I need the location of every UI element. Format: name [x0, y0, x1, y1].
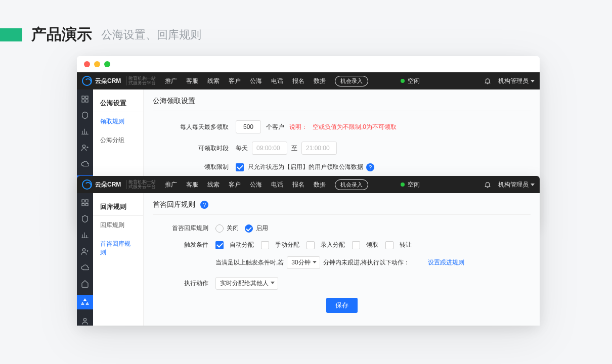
section-title: 公海领取设置: [153, 97, 531, 111]
prefix-daily: 每天: [236, 144, 248, 153]
rail-home-icon[interactable]: [80, 279, 90, 288]
row-claim-restrict: 领取限制 只允许状态为【启用】的用户领取公海数据 ?: [153, 163, 531, 171]
row-daily-limit: 每人每天最多领取 个客户 说明： 空或负值为不限制,0为不可领取: [153, 120, 531, 133]
save-button[interactable]: 保存: [326, 298, 358, 313]
opportunity-entry-button[interactable]: 机会录入: [335, 76, 368, 86]
status-label: 空闲: [408, 77, 420, 85]
role-label[interactable]: 机构管理员: [498, 180, 535, 189]
rail-person-icon[interactable]: [80, 316, 90, 326]
svg-point-10: [82, 249, 85, 251]
nav-item[interactable]: 数据: [314, 180, 326, 189]
nav-item[interactable]: 数据: [314, 77, 326, 85]
note-prefix: 说明：: [289, 123, 308, 131]
minimize-dot-icon[interactable]: [94, 61, 100, 67]
rail-stats-icon[interactable]: [80, 127, 90, 136]
trigger-text-pre: 当满足以上触发条件时,若: [215, 258, 284, 267]
nav-item[interactable]: 线索: [207, 180, 220, 189]
rail-shield-icon[interactable]: [80, 111, 90, 120]
chk-auto-assign[interactable]: [215, 241, 224, 249]
input-start-time[interactable]: [252, 142, 287, 155]
brand-tagline: 教育机构一站式服务云平台: [126, 76, 156, 85]
select-duration[interactable]: 30分钟: [287, 256, 320, 269]
nav-item[interactable]: 客户: [229, 180, 241, 189]
checkbox-enabled-users[interactable]: [236, 163, 244, 171]
svg-rect-9: [85, 203, 88, 206]
rail-shield-icon[interactable]: [80, 214, 90, 223]
topbar-right: 机构管理员: [484, 180, 535, 189]
rail-recycle-icon[interactable]: [77, 295, 93, 309]
rail-dashboard-icon[interactable]: [80, 95, 90, 104]
nav-item[interactable]: 电话: [271, 180, 283, 189]
close-dot-icon[interactable]: [84, 61, 90, 67]
chk-claim[interactable]: [352, 241, 360, 249]
brand-name: 云朵CRM: [95, 180, 121, 189]
nav-item[interactable]: 客服: [186, 180, 198, 189]
brand-logo[interactable]: 云朵CRM 教育机构一站式服务云平台: [82, 76, 156, 86]
rail-user-icon[interactable]: [80, 143, 90, 152]
agent-status[interactable]: 空闲: [401, 77, 420, 85]
nav-item[interactable]: 报名: [292, 77, 304, 85]
svg-rect-3: [85, 100, 88, 102]
input-daily-limit[interactable]: [236, 120, 261, 133]
brand-tagline: 教育机构一站式服务云平台: [126, 180, 156, 189]
rail-cloud-icon[interactable]: [80, 159, 90, 168]
nav-item[interactable]: 电话: [271, 77, 283, 85]
topbar: 云朵CRM 教育机构一站式服务云平台 推广 客服 线索 客户 公海 电话 报名 …: [77, 72, 540, 89]
sidebar-item-claim-rules[interactable]: 领取规则: [93, 112, 143, 131]
help-icon[interactable]: ?: [366, 163, 374, 171]
nav-item[interactable]: 客服: [186, 77, 198, 85]
bell-icon[interactable]: [484, 77, 491, 84]
maximize-dot-icon[interactable]: [104, 61, 110, 67]
status-label: 空闲: [408, 180, 420, 189]
brand-name: 云朵CRM: [95, 77, 121, 85]
help-icon[interactable]: ?: [200, 201, 208, 209]
sidebar-item-return-rules[interactable]: 回库规则: [93, 216, 143, 235]
svg-rect-1: [85, 96, 88, 99]
label-time-range: 可领取时段: [153, 144, 229, 153]
note-text: 空或负值为不限制,0为不可领取: [313, 123, 397, 131]
chk-manual-assign[interactable]: [261, 241, 269, 249]
nav-item[interactable]: 公海: [250, 180, 262, 189]
role-label[interactable]: 机构管理员: [498, 77, 535, 85]
sidebar-title: 回库规则: [93, 198, 143, 216]
brand-logo[interactable]: 云朵CRM 教育机构一站式服务云平台: [82, 179, 156, 190]
main-panel: 首咨回库规则 ? 首咨回库规则 关闭 启用 触发条件 自动分配 手动分配: [144, 193, 540, 326]
chevron-down-icon: [531, 80, 535, 82]
save-row: 保存: [153, 298, 531, 313]
radio-off[interactable]: [215, 224, 224, 233]
svg-rect-2: [82, 100, 84, 102]
opportunity-entry-button[interactable]: 机会录入: [335, 179, 368, 190]
nav-item[interactable]: 报名: [292, 180, 304, 189]
topbar-right: 机构管理员: [484, 77, 535, 85]
page-header: 产品演示 公海设置、回库规则: [0, 0, 612, 51]
radio-on[interactable]: [245, 224, 253, 233]
nav-item[interactable]: 公海: [250, 77, 262, 85]
select-action[interactable]: 实时分配给其他人: [215, 277, 278, 290]
nav-item[interactable]: 线索: [207, 77, 220, 85]
nav-item[interactable]: 推广: [165, 77, 177, 85]
nav-item[interactable]: 推广: [165, 180, 177, 189]
agent-status[interactable]: 空闲: [401, 180, 420, 189]
svg-rect-8: [82, 203, 84, 206]
trigger-text-post: 分钟内未跟进,将执行以下动作：: [323, 258, 410, 267]
sidebar-item-first-consult-rules[interactable]: 首咨回库规则: [93, 235, 143, 262]
svg-point-11: [83, 318, 86, 321]
row-enable-rule: 首咨回库规则 关闭 启用: [153, 224, 531, 233]
chk-transfer[interactable]: [385, 241, 394, 249]
sidebar-item-pool-groups[interactable]: 公海分组: [93, 131, 143, 150]
bell-icon[interactable]: [484, 181, 491, 188]
svg-rect-0: [82, 96, 84, 99]
rail-cloud-icon[interactable]: [80, 263, 90, 272]
cloud-logo-icon: [82, 179, 92, 190]
input-end-time[interactable]: [301, 142, 337, 155]
nav-item[interactable]: 客户: [229, 77, 241, 85]
sidebar-title: 公海设置: [93, 95, 143, 112]
unit-text: 个客户: [266, 123, 284, 131]
rail-stats-icon[interactable]: [80, 231, 90, 240]
window-return-rules: 云朵CRM 教育机构一站式服务云平台 推广 客服 线索 客户 公海 电话 报名 …: [77, 176, 540, 326]
topbar: 云朵CRM 教育机构一站式服务云平台 推广 客服 线索 客户 公海 电话 报名 …: [77, 176, 540, 193]
chk-entry-assign[interactable]: [307, 241, 315, 249]
rail-dashboard-icon[interactable]: [80, 198, 90, 207]
link-followup-rules[interactable]: 设置跟进规则: [428, 258, 464, 267]
rail-user-icon[interactable]: [80, 247, 90, 256]
